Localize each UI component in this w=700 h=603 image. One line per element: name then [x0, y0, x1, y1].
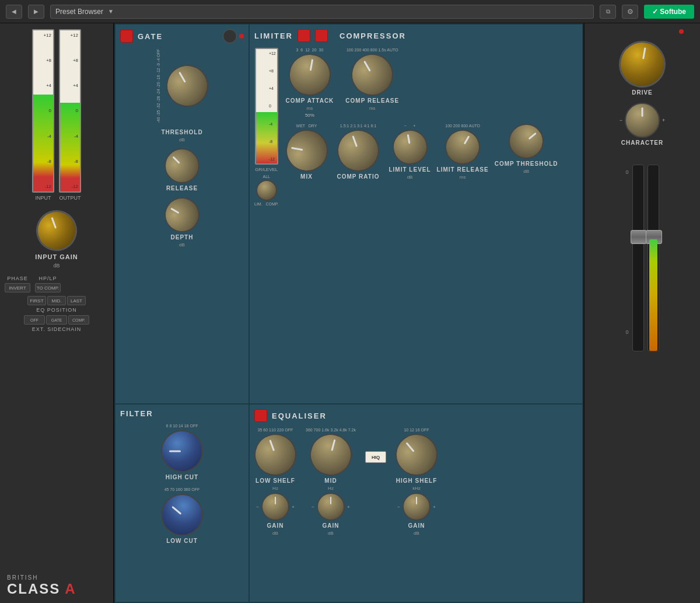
low-shelf-gain-knob[interactable]	[261, 493, 289, 521]
comp-top-row: 3 6 12 20 30 COMP ATTACK ms 50% 100 200 …	[286, 48, 578, 118]
high-cut-knob[interactable]	[161, 430, 203, 472]
limiter-title: LIMITER	[254, 32, 293, 40]
low-shelf-freq-knob[interactable]	[249, 428, 302, 482]
input-gain-section: INPUT GAIN dB	[35, 210, 78, 269]
preset-arrow-icon: ▼	[108, 8, 114, 15]
limiter-power-button-1[interactable]	[298, 29, 310, 42]
phase-invert-button[interactable]: INVERT	[5, 283, 30, 292]
low-shelf-gain-label: GAIN	[267, 522, 284, 529]
gate-section: GATE -40 -35 -32 -28 -24 -20 -16 -12 -9 …	[114, 23, 249, 405]
eq-mid-button[interactable]: MID.	[47, 296, 66, 305]
limit-release-unit: ms	[460, 175, 466, 180]
limiter-vu-meter: +12 +8 +4 0 -4 -8 -12	[255, 48, 278, 165]
low-shelf-wrap: 35 60 110 220 OFF LOW SHELF Hz − + GAIN …	[254, 428, 296, 536]
sidechain-group: OFF GATE COMP. EXT. SIDECHAIN	[5, 315, 108, 332]
hplp-group: HP/LP TO COMP.	[35, 276, 61, 292]
gate-depth-label: DEPTH	[171, 234, 194, 240]
low-shelf-gain-unit: dB	[272, 531, 278, 536]
comp-ratio-scale: 1.5:1 2:1 3:1 4:1 6:1	[340, 124, 376, 128]
gate-led	[239, 34, 244, 39]
high-shelf-scale: 10 12 16 OFF	[404, 428, 429, 432]
drive-knob[interactable]	[615, 37, 670, 92]
high-cut-wrap: HIGH CUT	[161, 430, 203, 480]
sidechain-gate-button[interactable]: GATE	[46, 315, 67, 325]
limit-level-knob[interactable]	[390, 127, 430, 168]
limit-release-scale: 100 200 800 AUTO	[445, 124, 480, 128]
character-knob[interactable]	[625, 103, 660, 138]
gate-threshold-area: -40 -35 -32 -28 -24 -20 -16 -12 -9 -4 OF…	[156, 49, 208, 123]
mid-gain-knob[interactable]	[317, 493, 345, 521]
hplp-to-comp-button[interactable]: TO COMP.	[35, 283, 61, 292]
center-panel: GATE -40 -35 -32 -28 -24 -20 -16 -12 -9 …	[114, 23, 583, 603]
low-shelf-unit: Hz	[272, 486, 278, 491]
eq-last-button[interactable]: LAST	[67, 296, 86, 305]
right-fader-level	[649, 239, 657, 351]
input-gain-label: INPUT GAIN	[35, 253, 78, 260]
phase-hplp-row: PHASE INVERT HP/LP TO COMP.	[5, 276, 108, 292]
low-cut-area: 45 70 160 360 OFF LOW CUT	[161, 487, 203, 544]
comp-release-label: COMP RELEASE	[345, 97, 399, 104]
eq-power-button[interactable]	[254, 409, 267, 422]
high-shelf-gain-knob[interactable]	[402, 493, 430, 521]
gr-level-label: GR/LEVEL	[255, 167, 278, 172]
comp-attack-unit: ms	[307, 106, 313, 111]
mid-freq-knob[interactable]	[305, 429, 356, 480]
copy-button[interactable]: ⧉	[600, 5, 616, 19]
preset-browser-label: Preset Browser	[55, 8, 103, 16]
mid-gain-label: GAIN	[323, 522, 340, 529]
input-gain-knob[interactable]	[30, 204, 83, 257]
selector-area: ALL LIM. COMP.	[254, 175, 279, 206]
comp-threshold-unit: dB	[523, 169, 529, 174]
comp-threshold-knob[interactable]	[502, 117, 551, 166]
ext-sidechain-label: EXT. SIDECHAIN	[32, 326, 82, 332]
eq-first-button[interactable]: FIRST	[27, 296, 46, 305]
gate-threshold-knob[interactable]	[159, 57, 216, 114]
gate-release-knob[interactable]	[158, 141, 207, 190]
gate-fine-knob[interactable]	[223, 29, 237, 43]
high-cut-label: HIGH CUT	[166, 474, 198, 480]
left-panel: +12 +8 +4 0 -4 -8 -12 INPUT +12	[0, 23, 114, 603]
left-fader-handle[interactable]	[631, 230, 647, 244]
mid-scale: 360 700 1.6k 3.2k 4.8k 7.2k	[306, 428, 356, 432]
bottom-section: FILTER 6 8 10 14 18 OFF HIGH CUT 45 70 1…	[114, 405, 583, 603]
high-shelf-plus: +	[433, 504, 436, 510]
limit-release-label: LIMIT RELEASE	[437, 166, 489, 173]
gate-power-button[interactable]	[120, 30, 133, 43]
controls-section: PHASE INVERT HP/LP TO COMP. FIRST MID. L…	[5, 273, 108, 334]
gate-controls: -40 -35 -32 -28 -24 -20 -16 -12 -9 -4 OF…	[120, 49, 244, 248]
character-label: CHARACTER	[621, 140, 663, 146]
high-shelf-freq-knob[interactable]	[387, 425, 446, 484]
hiq-button[interactable]: HIQ	[365, 451, 386, 463]
brand-label: BRITISH CLASS A	[5, 574, 108, 597]
all-lim-comp-selector[interactable]	[256, 180, 277, 201]
mix-knob[interactable]	[282, 126, 331, 175]
drive-wrap: DRIVE	[619, 41, 666, 96]
nav-back-button[interactable]: ◀	[6, 5, 22, 19]
input-meter-container: +12 +8 +4 0 -4 -8 -12 INPUT	[32, 29, 54, 201]
sidechain-comp-button[interactable]: COMP.	[68, 315, 89, 325]
softube-button[interactable]: ✓ Softube	[644, 5, 694, 19]
drive-label: DRIVE	[632, 89, 653, 96]
low-cut-knob[interactable]	[152, 485, 211, 544]
high-shelf-gain-unit: dB	[414, 531, 419, 536]
comp-release-knob[interactable]	[344, 46, 401, 103]
comp-attack-knob[interactable]	[285, 50, 334, 99]
brand-class-text: CLASS	[7, 581, 60, 597]
limiter-meter-scale: +12 +8 +4 0 -4 -8 -12	[269, 49, 276, 163]
preset-browser[interactable]: Preset Browser ▼	[50, 5, 594, 19]
fader-numbers: 0 0	[625, 165, 628, 340]
gate-title: GATE	[138, 32, 163, 41]
comp-ratio-knob[interactable]	[331, 124, 385, 177]
comp-release-unit: ms	[369, 106, 376, 111]
limiter-power-button-2[interactable]	[315, 29, 328, 42]
output-meter-scale: +12 +8 +4 0 -4 -8 -12	[70, 30, 78, 191]
sidechain-off-button[interactable]: OFF	[24, 315, 45, 325]
filter-section: FILTER 6 8 10 14 18 OFF HIGH CUT 45 70 1…	[114, 405, 249, 603]
settings-gear-button[interactable]: ⚙	[622, 5, 638, 19]
nav-forward-button[interactable]: ▶	[28, 5, 44, 19]
gate-release-wrap: RELEASE	[164, 148, 200, 191]
limit-release-knob[interactable]	[439, 123, 487, 171]
gate-depth-unit: dB	[179, 242, 185, 248]
input-meter-scale: +12 +8 +4 0 -4 -8 -12	[43, 30, 51, 191]
gate-depth-knob[interactable]	[158, 191, 206, 239]
